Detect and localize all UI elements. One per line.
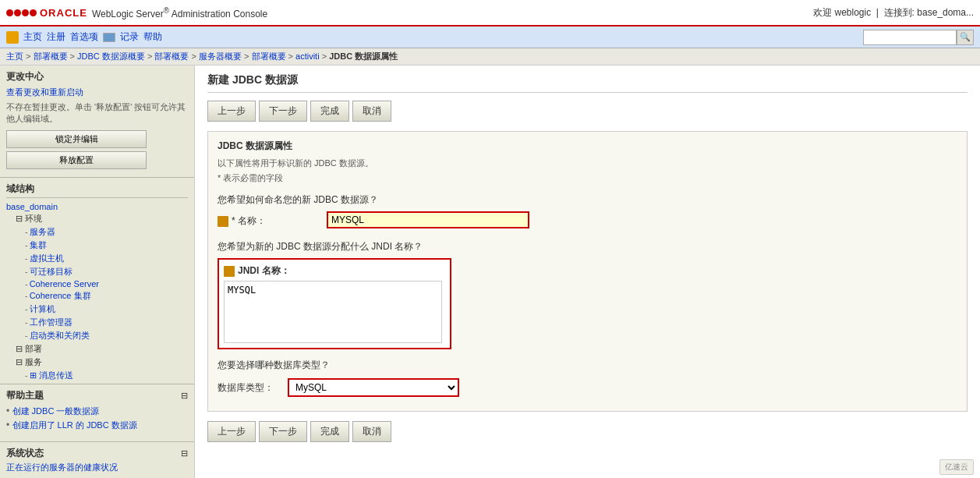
tree-deployments[interactable]: ⊟ 部署 xyxy=(16,342,188,356)
tree-env-items: -服务器 -集群 -虚拟主机 -可迁移目标 -Coherence Server … xyxy=(16,225,188,342)
name-field-icon xyxy=(218,216,228,227)
status-section: 系统状态 ⊟ 正在运行的服务器的健康状况 xyxy=(0,442,194,478)
tree-migratable-targets[interactable]: -可迁移目标 xyxy=(25,265,188,278)
status-collapse-button[interactable]: ⊟ xyxy=(181,448,188,459)
topnav-image-icon xyxy=(103,33,115,42)
tree-services-items: -⊞ 消息传送 -数据源 xyxy=(16,369,188,384)
breadcrumb-deploy-summary3[interactable]: 部署概要 xyxy=(252,51,286,61)
bottom-logo: 亿速云 xyxy=(939,459,974,475)
tree-services[interactable]: ⊟ 服务 xyxy=(16,356,188,369)
breadcrumb-deploy-summary[interactable]: 部署概要 xyxy=(34,51,68,61)
breadcrumb-deploy-summary2[interactable]: 部署概要 xyxy=(154,51,189,61)
tree-env-group: ⊟ 环境 -服务器 -集群 -虚拟主机 -可迁移目标 -Coherence Se… xyxy=(6,212,188,384)
breadcrumb: 主页 > 部署概要 > JDBC 数据源概要 > 部署概要 > 服务器概要 > … xyxy=(0,48,980,66)
user-info: 欢迎 weblogic | 连接到: base_doma... xyxy=(813,6,974,19)
bottom-button-bar: 上一步 下一步 完成 取消 xyxy=(207,421,968,442)
change-center: 更改中心 查看更改和重新启动 不存在暂挂更改。单击 '释放配置' 按钮可允许其他… xyxy=(0,66,194,178)
topnav-help[interactable]: 帮助 xyxy=(143,30,162,44)
help-link-2[interactable]: 创建启用了 LLR 的 JDBC 数据源 xyxy=(12,420,137,430)
breadcrumb-server-summary[interactable]: 服务器概要 xyxy=(199,51,242,61)
prev-button-top[interactable]: 上一步 xyxy=(207,101,256,122)
name-input[interactable] xyxy=(327,211,529,228)
tree-work-managers[interactable]: -工作管理器 xyxy=(25,316,188,329)
help-item-1: 创建 JDBC 一般数据源 xyxy=(6,405,188,417)
release-config-button[interactable]: 释放配置 xyxy=(6,151,147,169)
change-center-title: 更改中心 xyxy=(6,70,188,83)
sidebar: 更改中心 查看更改和重新启动 不存在暂挂更改。单击 '释放配置' 按钮可允许其他… xyxy=(0,66,195,478)
topnav-home[interactable]: 主页 xyxy=(23,30,42,44)
required-note: * 表示必需的字段 xyxy=(218,172,957,184)
finish-button-bottom[interactable]: 完成 xyxy=(310,421,349,442)
top-button-bar: 上一步 下一步 完成 取消 xyxy=(207,101,968,122)
layout: 更改中心 查看更改和重新启动 不存在暂挂更改。单击 '释放配置' 按钮可允许其他… xyxy=(0,66,980,478)
tree-env[interactable]: ⊟ 环境 xyxy=(16,212,188,225)
jndi-field-icon xyxy=(224,266,235,277)
status-text: 正在运行的服务器的健康状况 xyxy=(6,462,188,473)
name-form-row: * 名称： xyxy=(218,211,957,231)
prev-button-bottom[interactable]: 上一步 xyxy=(207,421,256,442)
question3: 您要选择哪种数据库类型？ xyxy=(218,359,957,372)
help-title: 帮助主题 xyxy=(6,389,44,402)
db-type-select[interactable]: MySQL Oracle DB2 MS SQL Server Derby Inf… xyxy=(288,378,459,397)
tree-startup-shutdown[interactable]: -启动类和关闭类 xyxy=(25,329,188,342)
tree-messaging[interactable]: -⊞ 消息传送 xyxy=(25,369,188,382)
tree-clusters[interactable]: -集群 xyxy=(25,239,188,252)
home-icon xyxy=(6,31,19,44)
cancel-button-bottom[interactable]: 取消 xyxy=(352,421,391,442)
status-title: 系统状态 xyxy=(6,447,44,460)
cancel-button-top[interactable]: 取消 xyxy=(352,101,391,122)
tree-domain[interactable]: base_domain xyxy=(6,201,188,212)
jndi-label: JNDI 名称： xyxy=(238,264,290,278)
view-changes-link[interactable]: 查看更改和重新启动 xyxy=(6,87,188,98)
next-button-top[interactable]: 下一步 xyxy=(259,101,307,122)
jndi-container: JNDI 名称： MYSQL xyxy=(218,258,451,349)
breadcrumb-jdbc-summary[interactable]: JDBC 数据源概要 xyxy=(77,51,145,61)
lock-edit-button[interactable]: 锁定并编辑 xyxy=(6,130,147,148)
oracle-boxes xyxy=(6,9,37,16)
finish-button-top[interactable]: 完成 xyxy=(310,101,349,122)
breadcrumb-home[interactable]: 主页 xyxy=(6,51,23,61)
domain-structure-title: 域结构 xyxy=(6,182,188,198)
tree-machines[interactable]: -计算机 xyxy=(25,303,188,316)
question2: 您希望为新的 JDBC 数据源分配什么 JNDI 名称？ xyxy=(218,240,957,253)
name-label: * 名称： xyxy=(218,211,327,231)
help-collapse-button[interactable]: ⊟ xyxy=(181,391,188,401)
jndi-textarea[interactable]: MYSQL xyxy=(224,281,442,343)
breadcrumb-current: JDBC 数据源属性 xyxy=(329,51,398,61)
oracle-text: ORACLE xyxy=(40,7,87,19)
question1: 您希望如何命名您的新 JDBC 数据源？ xyxy=(218,193,957,207)
app-title: WebLogic Server® Administration Console xyxy=(92,6,267,19)
db-type-row: 数据库类型： MySQL Oracle DB2 MS SQL Server De… xyxy=(218,378,957,397)
tree-coherence-cluster[interactable]: -Coherence 集群 xyxy=(25,289,188,303)
help-item-2: 创建启用了 LLR 的 JDBC 数据源 xyxy=(6,420,188,431)
help-section: 帮助主题 ⊟ 创建 JDBC 一般数据源 创建启用了 LLR 的 JDBC 数据… xyxy=(0,384,194,442)
topnav: 主页 注册 首选项 记录 帮助 🔍 xyxy=(0,27,980,48)
topnav-record[interactable]: 记录 xyxy=(120,30,139,44)
search-box: 🔍 xyxy=(863,30,974,45)
header: ORACLE WebLogic Server® Administration C… xyxy=(0,0,980,27)
domain-structure: 域结构 base_domain ⊟ 环境 -服务器 -集群 -虚拟主机 -可迁移… xyxy=(0,178,194,384)
main-content: 新建 JDBC 数据源 上一步 下一步 完成 取消 JDBC 数据源属性 以下属… xyxy=(195,66,980,478)
section-title: JDBC 数据源属性 xyxy=(218,140,957,153)
help-list: 创建 JDBC 一般数据源 创建启用了 LLR 的 JDBC 数据源 xyxy=(6,402,188,437)
search-button[interactable]: 🔍 xyxy=(957,30,974,45)
search-input[interactable] xyxy=(863,30,957,45)
search-icon: 🔍 xyxy=(960,32,971,42)
help-link-1[interactable]: 创建 JDBC 一般数据源 xyxy=(12,406,100,416)
tree-servers[interactable]: -服务器 xyxy=(25,225,188,239)
tree-coherence-server[interactable]: -Coherence Server xyxy=(25,278,188,289)
breadcrumb-activiti[interactable]: activiti xyxy=(295,51,320,61)
tree-virtual-hosts[interactable]: -虚拟主机 xyxy=(25,252,188,265)
section-desc: 以下属性将用于标识新的 JDBC 数据源。 xyxy=(218,158,957,169)
topnav-preferences[interactable]: 首选项 xyxy=(70,30,98,44)
next-button-bottom[interactable]: 下一步 xyxy=(259,421,307,442)
oracle-logo: ORACLE xyxy=(6,7,87,19)
page-title: 新建 JDBC 数据源 xyxy=(207,73,968,93)
jdbc-properties-section: JDBC 数据源属性 以下属性将用于标识新的 JDBC 数据源。 * 表示必需的… xyxy=(207,131,968,412)
jndi-form-row: JNDI 名称： MYSQL xyxy=(218,258,957,349)
change-center-desc: 不存在暂挂更改。单击 '释放配置' 按钮可允许其他人编辑域。 xyxy=(6,101,188,126)
db-type-label: 数据库类型： xyxy=(218,381,280,395)
topnav-register[interactable]: 注册 xyxy=(47,30,65,44)
